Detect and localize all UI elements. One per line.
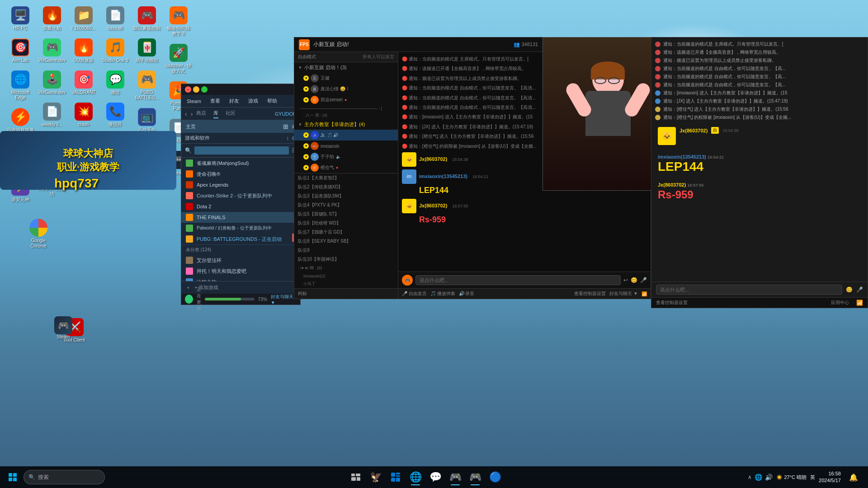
chat-member-jr[interactable]: ★ Jr Jr. 🎵 🔊 (294, 130, 398, 141)
desktop-icon-t1508066[interactable]: 📁 t 1508066... (68, 5, 99, 33)
streamer-silhouette (572, 64, 644, 181)
chat-member-yuzige[interactable]: ★ 于 于子怡 🔈 (294, 151, 398, 162)
desktop-icon-weekly[interactable]: 📄 weekly li... (36, 101, 68, 129)
steam-game-minions[interactable]: 使命召唤® (181, 169, 300, 179)
steam-game-list[interactable]: 雀魂麻将(MahjongSoul) 使命召唤® Apex Legends Cou… (181, 158, 300, 281)
taskbar-steam[interactable]: 🎮 (466, 468, 484, 486)
steam-tab-library[interactable]: 库 (213, 109, 218, 118)
taskbar-edge[interactable]: 🌐 (406, 468, 425, 486)
taskbar-epic[interactable]: 🎮 (446, 468, 464, 486)
steam-menu-help[interactable]: 帮助 (265, 97, 279, 105)
taskbar-widgets[interactable] (387, 468, 405, 486)
desktop-icon-wegame2[interactable]: 🕹️ WeGame.dev (36, 69, 68, 97)
notif-controller-btn[interactable]: 查看控制器设置 (656, 300, 688, 306)
steam-grid-btn[interactable]: ⊞ (283, 123, 288, 130)
desktop-steam-icon[interactable]: 🎮 Steam (54, 316, 72, 339)
taskbar-search-bar[interactable]: 🔍 搜索 (24, 470, 105, 484)
steam-close-btn[interactable]: × (185, 86, 191, 93)
network-icon[interactable]: 🌐 (755, 474, 762, 481)
chat-member-wangjian[interactable]: ★ 王 王健 (294, 73, 398, 84)
taskbar-network-app[interactable]: 🔵 (486, 468, 504, 486)
steam-menu-view[interactable]: 查看 (208, 97, 222, 105)
steam-game-apex[interactable]: Apex Legends (181, 179, 300, 190)
volume-icon[interactable]: 🔊 (765, 474, 773, 481)
badge-icon2: ★ (303, 86, 309, 92)
desktop-icon-wegame[interactable]: 🎮 WeGame.dev (36, 37, 68, 65)
controller-settings-btn[interactable]: 查看控制器设置 (574, 291, 606, 297)
desktop-icon-wechat[interactable]: 💬 微信 (99, 69, 131, 97)
steam-game-pubg[interactable]: PUBG: BATTLEGROUNDS - 正在启动 × (181, 234, 300, 244)
desktop-icon-crash[interactable]: 💥 crash (68, 101, 99, 129)
desktop-icon-microsoft-edge[interactable]: 🌐 Microsoft Edge (5, 69, 36, 103)
steam-search-input[interactable] (194, 146, 289, 155)
desktop-icon-launcher[interactable]: 🚀 launcher - 快捷方式 (163, 42, 194, 76)
desktop-icon-bass-dll[interactable]: 📄 bass.dll (99, 5, 131, 33)
desktop-icon-chrome[interactable]: Google Chrome (23, 217, 54, 251)
chat-member-imxiaoxin[interactable]: ★ im imxiaoxin (294, 141, 398, 151)
taskbar-eagle[interactable]: 🦅 (367, 468, 385, 486)
steam-username[interactable]: GYUDON (275, 111, 297, 117)
chat-classroom-header[interactable]: ▼ 主办方教室【非请勿进】(4) (294, 119, 398, 130)
quote-icon[interactable]: ↩ (623, 277, 628, 283)
steam-forward-btn[interactable]: › (191, 110, 193, 117)
expand-tray-btn[interactable]: ∧ (748, 474, 752, 480)
desktop-icon-uu-acc[interactable]: 🔥 UU加速器 (68, 37, 99, 65)
taskbar-language[interactable]: 英 (810, 474, 815, 481)
chat-member-zhenmei[interactable]: ★ 真 真没心情 😀！ (294, 84, 398, 94)
notif-messages[interactable]: 通知：当前频道的模式是 主席模式。只有管理员可以发言。[ 通知：该频道已开通【全… (651, 38, 868, 282)
svg-rect-12 (396, 478, 400, 482)
steam-game-azel[interactable]: 艾尔登法环 (181, 255, 300, 266)
steam-menu-friends[interactable]: 好友 (227, 97, 241, 105)
notif-app-center-btn[interactable]: 应用中心 (831, 300, 849, 306)
friends-chat-btn[interactable]: 好友与聊天 ▼ (609, 291, 638, 297)
steam-game-dota2[interactable]: Dota 2 (181, 201, 300, 212)
windows-start-btn[interactable] (4, 468, 22, 486)
steam-game-csgo[interactable]: Counter-Strike 2 - 位于更新队列中 (181, 190, 300, 201)
taskbar-task-view[interactable] (347, 468, 365, 486)
taskbar: 🔍 搜索 🦅 (0, 466, 868, 488)
steam-game-finals[interactable]: THE FINALS (181, 212, 300, 223)
taskbar-kook[interactable]: 💬 (426, 468, 444, 486)
chat-member-zhengda[interactable]: ★ 郑 郑达sensei ● (294, 94, 398, 105)
taskbar-right: ∧ 🌐 🔊 ☀️ 27°C 晴朗 英 16:58 2024/5/17 🔔 (742, 468, 868, 486)
self-send-btn[interactable]: 🎤 自由发言 (402, 291, 427, 297)
steam-sort-btn[interactable]: ↕ (286, 135, 289, 141)
svg-rect-7 (357, 477, 360, 481)
notif-emoji-btn[interactable]: 😊 (846, 286, 853, 293)
steam-minimize-btn[interactable] (193, 86, 199, 93)
steam-menu-steam[interactable]: Steam (185, 98, 203, 105)
emoji-icon[interactable]: 😊 (631, 277, 637, 283)
chat-group-header[interactable]: ▼ 小新互娱 启动！(3) (294, 62, 398, 73)
music-btn[interactable]: 🎵 播放伴奏 (430, 291, 455, 297)
member-icon: 👥 348131 (514, 42, 538, 47)
desktop-icon-changyou[interactable]: 🎮 畅游组织 陈教学 8 (163, 5, 194, 38)
steam-maximize-btn[interactable] (201, 86, 208, 93)
steam-tab-community[interactable]: 社区 (226, 109, 236, 118)
steam-game-palworld[interactable]: Palworld / 幻兽帕鲁 - 位于更新队列中 (181, 223, 300, 234)
steam-back-btn[interactable]: ‹ (185, 110, 187, 117)
desktop-icon-studio-one[interactable]: 🎵 Studio One 9 (99, 37, 131, 65)
desktop-icon-yirijiankon[interactable]: 🎮 阴日兼遥控制 (131, 5, 163, 33)
desktop-icon-mahjong[interactable]: 🀄 助手动模组 (131, 37, 163, 65)
desktop-icon-hrpc[interactable]: 🖥️ HR.PC (5, 5, 36, 33)
chat-input[interactable] (415, 275, 621, 285)
chat-member-chengzhuqi[interactable]: ★ 橙 橙住气 ● (294, 162, 398, 173)
mic-icon[interactable]: 🎤 (640, 277, 647, 283)
desktop-icon-apex[interactable]: 🔥 荣耀火焰 (36, 5, 68, 33)
desktop-icon-aim-lab[interactable]: 🎯 Aim Lab (5, 37, 36, 65)
taskbar-notif-btn[interactable]: 🔔 (844, 468, 863, 486)
chat-channel-list[interactable]: ▼ 小新互娱 启动！(3) ★ 王 王健 ★ 真 真没心情 😀！ ★ (294, 62, 398, 288)
steam-game-binghe[interactable]: 冰核之旅 (181, 277, 300, 281)
steam-game-baito[interactable]: 拜托！明天和我恋爱吧 (181, 266, 300, 277)
steam-game-mahjong[interactable]: 雀魂麻将(MahjongSoul) (181, 158, 300, 169)
notif-mic-btn[interactable]: 🎤 (856, 286, 863, 293)
steam-tab-store[interactable]: 商店 (196, 109, 206, 118)
steam-menu-games[interactable]: 游戏 (246, 97, 260, 105)
desktop-icon-dingding[interactable]: 📞 微信开 (99, 101, 131, 129)
desktop-icon-pubg2[interactable]: 🎮 PUBG BATTLEG... (131, 69, 163, 103)
desktop-icon-valorant[interactable]: 🎯 VALORANT (68, 69, 99, 97)
steam-friends-btn[interactable]: 好友与聊天 ▼ (271, 294, 297, 305)
record-btn[interactable]: 🔊 录音 (459, 291, 475, 297)
notif-input-field[interactable] (656, 285, 842, 295)
desktop-icon-baizhan[interactable]: 📺 百战天虫 (131, 106, 163, 135)
